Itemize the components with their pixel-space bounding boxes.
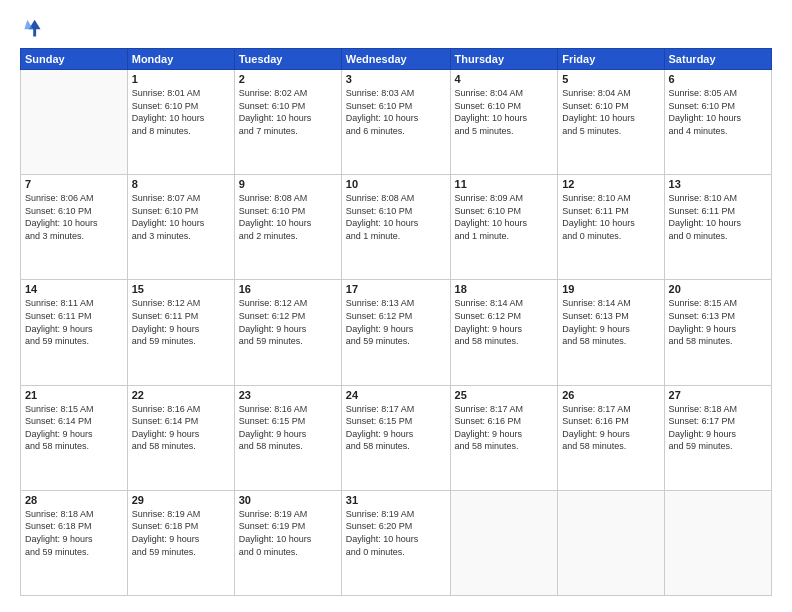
week-row-0: 1Sunrise: 8:01 AMSunset: 6:10 PMDaylight…: [21, 70, 772, 175]
week-row-3: 21Sunrise: 8:15 AMSunset: 6:14 PMDayligh…: [21, 385, 772, 490]
day-number: 30: [239, 494, 337, 506]
day-number: 19: [562, 283, 659, 295]
day-number: 16: [239, 283, 337, 295]
day-info: Sunrise: 8:11 AMSunset: 6:11 PMDaylight:…: [25, 297, 123, 347]
header-cell-monday: Monday: [127, 49, 234, 70]
day-info: Sunrise: 8:17 AMSunset: 6:16 PMDaylight:…: [562, 403, 659, 453]
day-info: Sunrise: 8:09 AMSunset: 6:10 PMDaylight:…: [455, 192, 554, 242]
header-cell-saturday: Saturday: [664, 49, 771, 70]
day-info: Sunrise: 8:08 AMSunset: 6:10 PMDaylight:…: [346, 192, 446, 242]
day-cell: 27Sunrise: 8:18 AMSunset: 6:17 PMDayligh…: [664, 385, 771, 490]
day-cell: 23Sunrise: 8:16 AMSunset: 6:15 PMDayligh…: [234, 385, 341, 490]
day-info: Sunrise: 8:19 AMSunset: 6:19 PMDaylight:…: [239, 508, 337, 558]
day-number: 10: [346, 178, 446, 190]
day-info: Sunrise: 8:19 AMSunset: 6:20 PMDaylight:…: [346, 508, 446, 558]
day-number: 24: [346, 389, 446, 401]
day-number: 4: [455, 73, 554, 85]
day-info: Sunrise: 8:14 AMSunset: 6:12 PMDaylight:…: [455, 297, 554, 347]
header-cell-wednesday: Wednesday: [341, 49, 450, 70]
header-row: SundayMondayTuesdayWednesdayThursdayFrid…: [21, 49, 772, 70]
header-cell-friday: Friday: [558, 49, 664, 70]
day-info: Sunrise: 8:15 AMSunset: 6:14 PMDaylight:…: [25, 403, 123, 453]
day-number: 23: [239, 389, 337, 401]
day-cell: 25Sunrise: 8:17 AMSunset: 6:16 PMDayligh…: [450, 385, 558, 490]
day-number: 17: [346, 283, 446, 295]
day-info: Sunrise: 8:01 AMSunset: 6:10 PMDaylight:…: [132, 87, 230, 137]
day-cell: 21Sunrise: 8:15 AMSunset: 6:14 PMDayligh…: [21, 385, 128, 490]
day-cell: 3Sunrise: 8:03 AMSunset: 6:10 PMDaylight…: [341, 70, 450, 175]
day-info: Sunrise: 8:10 AMSunset: 6:11 PMDaylight:…: [669, 192, 767, 242]
day-cell: 30Sunrise: 8:19 AMSunset: 6:19 PMDayligh…: [234, 490, 341, 595]
day-cell: 19Sunrise: 8:14 AMSunset: 6:13 PMDayligh…: [558, 280, 664, 385]
day-number: 1: [132, 73, 230, 85]
day-number: 3: [346, 73, 446, 85]
day-info: Sunrise: 8:17 AMSunset: 6:16 PMDaylight:…: [455, 403, 554, 453]
day-info: Sunrise: 8:04 AMSunset: 6:10 PMDaylight:…: [455, 87, 554, 137]
day-info: Sunrise: 8:07 AMSunset: 6:10 PMDaylight:…: [132, 192, 230, 242]
day-number: 27: [669, 389, 767, 401]
day-info: Sunrise: 8:12 AMSunset: 6:11 PMDaylight:…: [132, 297, 230, 347]
day-info: Sunrise: 8:15 AMSunset: 6:13 PMDaylight:…: [669, 297, 767, 347]
day-info: Sunrise: 8:04 AMSunset: 6:10 PMDaylight:…: [562, 87, 659, 137]
day-cell: 20Sunrise: 8:15 AMSunset: 6:13 PMDayligh…: [664, 280, 771, 385]
day-number: 25: [455, 389, 554, 401]
day-info: Sunrise: 8:10 AMSunset: 6:11 PMDaylight:…: [562, 192, 659, 242]
day-number: 2: [239, 73, 337, 85]
day-number: 6: [669, 73, 767, 85]
day-cell: 10Sunrise: 8:08 AMSunset: 6:10 PMDayligh…: [341, 175, 450, 280]
day-number: 21: [25, 389, 123, 401]
header-cell-thursday: Thursday: [450, 49, 558, 70]
day-info: Sunrise: 8:06 AMSunset: 6:10 PMDaylight:…: [25, 192, 123, 242]
day-info: Sunrise: 8:12 AMSunset: 6:12 PMDaylight:…: [239, 297, 337, 347]
day-cell: 4Sunrise: 8:04 AMSunset: 6:10 PMDaylight…: [450, 70, 558, 175]
day-info: Sunrise: 8:14 AMSunset: 6:13 PMDaylight:…: [562, 297, 659, 347]
day-number: 18: [455, 283, 554, 295]
calendar-header: SundayMondayTuesdayWednesdayThursdayFrid…: [21, 49, 772, 70]
calendar-table: SundayMondayTuesdayWednesdayThursdayFrid…: [20, 48, 772, 596]
header: [20, 16, 772, 38]
day-number: 14: [25, 283, 123, 295]
day-cell: 28Sunrise: 8:18 AMSunset: 6:18 PMDayligh…: [21, 490, 128, 595]
day-cell: 24Sunrise: 8:17 AMSunset: 6:15 PMDayligh…: [341, 385, 450, 490]
day-cell: 31Sunrise: 8:19 AMSunset: 6:20 PMDayligh…: [341, 490, 450, 595]
day-cell: [21, 70, 128, 175]
day-cell: [450, 490, 558, 595]
header-cell-tuesday: Tuesday: [234, 49, 341, 70]
day-number: 13: [669, 178, 767, 190]
day-cell: 18Sunrise: 8:14 AMSunset: 6:12 PMDayligh…: [450, 280, 558, 385]
day-cell: 16Sunrise: 8:12 AMSunset: 6:12 PMDayligh…: [234, 280, 341, 385]
day-number: 12: [562, 178, 659, 190]
day-cell: 29Sunrise: 8:19 AMSunset: 6:18 PMDayligh…: [127, 490, 234, 595]
day-info: Sunrise: 8:05 AMSunset: 6:10 PMDaylight:…: [669, 87, 767, 137]
day-number: 28: [25, 494, 123, 506]
day-info: Sunrise: 8:16 AMSunset: 6:14 PMDaylight:…: [132, 403, 230, 453]
day-cell: [664, 490, 771, 595]
day-number: 29: [132, 494, 230, 506]
page: SundayMondayTuesdayWednesdayThursdayFrid…: [0, 0, 792, 612]
day-info: Sunrise: 8:03 AMSunset: 6:10 PMDaylight:…: [346, 87, 446, 137]
day-info: Sunrise: 8:02 AMSunset: 6:10 PMDaylight:…: [239, 87, 337, 137]
day-cell: 11Sunrise: 8:09 AMSunset: 6:10 PMDayligh…: [450, 175, 558, 280]
calendar-body: 1Sunrise: 8:01 AMSunset: 6:10 PMDaylight…: [21, 70, 772, 596]
day-number: 7: [25, 178, 123, 190]
day-number: 8: [132, 178, 230, 190]
logo-icon: [20, 16, 42, 38]
day-info: Sunrise: 8:18 AMSunset: 6:17 PMDaylight:…: [669, 403, 767, 453]
header-cell-sunday: Sunday: [21, 49, 128, 70]
day-number: 26: [562, 389, 659, 401]
day-cell: 9Sunrise: 8:08 AMSunset: 6:10 PMDaylight…: [234, 175, 341, 280]
day-info: Sunrise: 8:13 AMSunset: 6:12 PMDaylight:…: [346, 297, 446, 347]
day-number: 15: [132, 283, 230, 295]
day-cell: 6Sunrise: 8:05 AMSunset: 6:10 PMDaylight…: [664, 70, 771, 175]
week-row-4: 28Sunrise: 8:18 AMSunset: 6:18 PMDayligh…: [21, 490, 772, 595]
day-info: Sunrise: 8:16 AMSunset: 6:15 PMDaylight:…: [239, 403, 337, 453]
day-number: 20: [669, 283, 767, 295]
day-number: 5: [562, 73, 659, 85]
day-info: Sunrise: 8:18 AMSunset: 6:18 PMDaylight:…: [25, 508, 123, 558]
day-cell: 2Sunrise: 8:02 AMSunset: 6:10 PMDaylight…: [234, 70, 341, 175]
day-cell: 26Sunrise: 8:17 AMSunset: 6:16 PMDayligh…: [558, 385, 664, 490]
day-info: Sunrise: 8:17 AMSunset: 6:15 PMDaylight:…: [346, 403, 446, 453]
day-number: 31: [346, 494, 446, 506]
day-number: 11: [455, 178, 554, 190]
day-cell: 17Sunrise: 8:13 AMSunset: 6:12 PMDayligh…: [341, 280, 450, 385]
